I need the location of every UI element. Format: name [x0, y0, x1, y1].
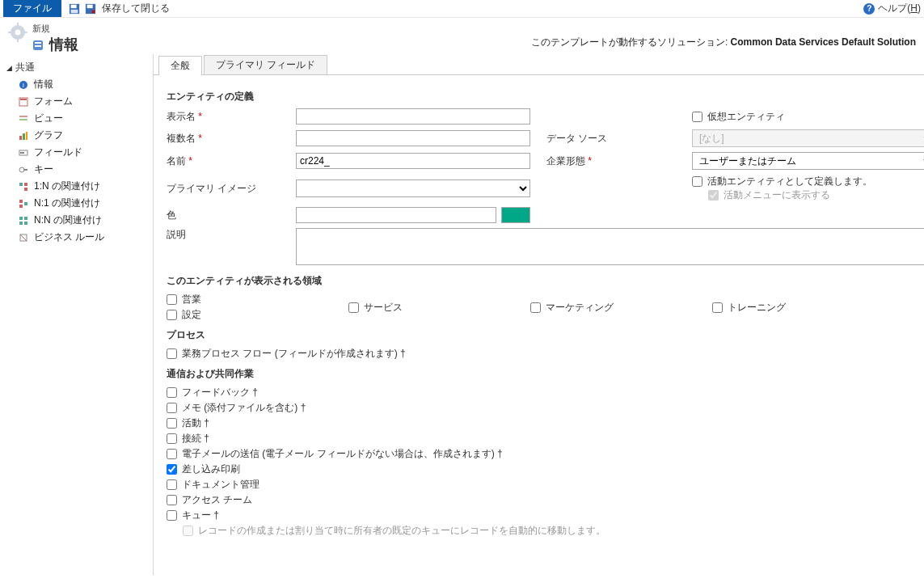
- chk-feedback[interactable]: [167, 387, 177, 398]
- label-area-service: サービス: [364, 301, 403, 315]
- chk-activity-menu: [708, 190, 719, 201]
- svg-rect-17: [20, 99, 27, 100]
- label-queue: キュー †: [182, 509, 219, 522]
- chk-email-send[interactable]: [167, 449, 177, 459]
- textarea-description[interactable]: [296, 228, 924, 265]
- label-data-source: データ ソース: [546, 132, 676, 146]
- chk-area-settings[interactable]: [167, 310, 177, 320]
- sidebar: ◢ 共通 i情報 フォーム ビュー グラフ フィールド キー 1:N の関連付け…: [0, 54, 154, 575]
- section-process: プロセス: [167, 328, 911, 342]
- chk-area-marketing[interactable]: [530, 302, 541, 313]
- sidebar-item-nn[interactable]: N:N の関連付け: [3, 212, 150, 229]
- svg-rect-22: [26, 132, 27, 140]
- sidebar-item-views[interactable]: ビュー: [3, 110, 150, 127]
- svg-rect-8: [17, 39, 19, 42]
- label-mail-merge: 差し込み印刷: [182, 462, 240, 476]
- relation-nn-icon: [18, 215, 29, 226]
- input-name[interactable]: [296, 153, 530, 169]
- input-color[interactable]: [296, 207, 496, 223]
- label-ownership: 企業形態: [546, 154, 676, 168]
- svg-rect-9: [8, 32, 11, 33]
- label-bpf: 業務プロセス フロー (フィールドが作成されます) †: [182, 347, 406, 361]
- section-collab: 通信および共同作業: [167, 367, 911, 381]
- chk-access-team[interactable]: [167, 495, 177, 505]
- file-menu-button[interactable]: ファイル: [3, 0, 61, 17]
- chart-icon: [18, 130, 29, 141]
- content-scroll[interactable]: エンティティの定義 表示名 仮想エンティティ 複数名 データ ソース [なし] …: [154, 75, 924, 575]
- svg-rect-28: [24, 183, 27, 186]
- svg-rect-10: [24, 32, 27, 33]
- label-activity-entity: 活動エンティティとして定義します。: [707, 175, 872, 188]
- tab-primary-field[interactable]: プライマリ フィールド: [204, 55, 327, 74]
- entity-icon: [32, 38, 44, 49]
- svg-rect-12: [35, 42, 41, 44]
- chk-area-sales[interactable]: [167, 294, 177, 305]
- label-queue-auto: レコードの作成または割り当て時に所有者の既定のキューにレコードを自動的に移動しま…: [198, 524, 605, 538]
- tab-general[interactable]: 全般: [158, 56, 202, 75]
- chk-doc-mgmt[interactable]: [167, 479, 177, 490]
- label-plural-name: 複数名: [167, 132, 280, 146]
- label-doc-mgmt: ドキュメント管理: [182, 478, 259, 492]
- chk-area-training[interactable]: [712, 302, 723, 313]
- svg-text:i: i: [23, 82, 24, 89]
- sidebar-item-forms[interactable]: フォーム: [3, 93, 150, 110]
- svg-rect-19: [19, 119, 27, 120]
- color-swatch[interactable]: [501, 207, 530, 223]
- chk-queue[interactable]: [167, 510, 177, 521]
- chk-bpf[interactable]: [167, 348, 177, 359]
- chk-mail-merge[interactable]: [167, 464, 177, 475]
- sidebar-item-info[interactable]: i情報: [3, 76, 150, 93]
- sidebar-item-1n[interactable]: 1:N の関連付け: [3, 178, 150, 195]
- label-color: 色: [167, 209, 280, 222]
- help-label: ヘルプ(H): [878, 2, 921, 15]
- view-icon: [18, 113, 29, 125]
- svg-rect-34: [24, 217, 27, 220]
- chk-queue-auto: [183, 526, 193, 536]
- svg-rect-1: [71, 4, 77, 7]
- save-close-button[interactable]: 保存して閉じる: [102, 2, 170, 15]
- chk-virtual-entity[interactable]: [692, 112, 702, 122]
- svg-rect-20: [19, 136, 22, 140]
- select-ownership[interactable]: ユーザーまたはチーム: [692, 152, 924, 170]
- select-data-source: [なし]: [692, 129, 924, 147]
- sidebar-item-keys[interactable]: キー: [3, 161, 150, 178]
- sidebar-item-n1[interactable]: N:1 の関連付け: [3, 195, 150, 212]
- chk-connections[interactable]: [167, 433, 177, 444]
- svg-rect-13: [35, 45, 41, 47]
- label-access-team: アクセス チーム: [182, 493, 252, 507]
- input-display-name[interactable]: [296, 108, 530, 125]
- help-link[interactable]: ? ヘルプ(H): [863, 2, 921, 15]
- label-feedback: フィードバック †: [182, 386, 258, 399]
- chk-area-service[interactable]: [348, 302, 359, 313]
- sidebar-item-bizrules[interactable]: ビジネス ルール: [3, 229, 150, 246]
- sidebar-group-common[interactable]: ◢ 共通: [3, 59, 150, 76]
- chk-activity-entity[interactable]: [692, 176, 702, 187]
- input-plural-name[interactable]: [296, 130, 530, 146]
- bizrule-icon: [18, 232, 29, 243]
- svg-rect-29: [24, 188, 27, 191]
- svg-rect-7: [17, 23, 19, 26]
- chk-notes[interactable]: [167, 403, 177, 413]
- sidebar-item-fields[interactable]: フィールド: [3, 144, 150, 161]
- select-primary-image[interactable]: [296, 179, 530, 197]
- svg-rect-4: [87, 4, 93, 7]
- label-area-training: トレーニング: [728, 301, 786, 315]
- help-icon: ?: [863, 3, 875, 15]
- label-activity-menu: 活動メニューに表示する: [724, 188, 830, 202]
- label-connections: 接続 †: [182, 432, 209, 446]
- gear-icon: [8, 23, 27, 42]
- label-notes: メモ (添付ファイルを含む) †: [182, 401, 306, 415]
- label-description: 説明: [167, 228, 280, 242]
- sidebar-item-charts[interactable]: グラフ: [3, 127, 150, 144]
- label-area-sales: 営業: [182, 293, 201, 306]
- solution-label: このテンプレートが動作するソリューション: Common Data Servic…: [531, 23, 916, 49]
- label-display-name: 表示名: [167, 110, 280, 124]
- save-icon[interactable]: [68, 2, 81, 15]
- svg-rect-35: [19, 222, 23, 225]
- save-close-icon[interactable]: [84, 2, 97, 15]
- chk-activities[interactable]: [167, 418, 177, 429]
- svg-rect-18: [19, 116, 27, 117]
- label-activities: 活動 †: [182, 416, 209, 430]
- key-icon: [18, 164, 29, 175]
- form-icon: [18, 96, 29, 108]
